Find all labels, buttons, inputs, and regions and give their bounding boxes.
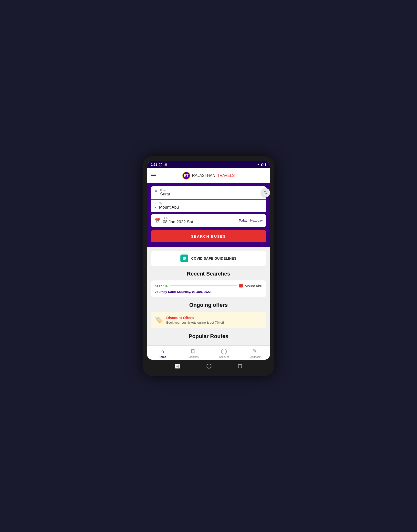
device-bottom-bar: ◀ xyxy=(147,361,270,372)
swap-button[interactable]: ⇅ xyxy=(261,188,270,197)
to-text-container: To Mount Abu xyxy=(159,202,179,210)
content-area: + COVID SAFE GUIDELINES Recent Searches … xyxy=(147,247,270,345)
notification-icon: ◯ xyxy=(159,163,162,166)
search-buses-button[interactable]: SEARCH BUSES xyxy=(151,230,266,242)
to-icon: ■ xyxy=(155,206,156,209)
nav-item-bookings[interactable]: 🗓 Bookings xyxy=(185,348,202,358)
lock-icon: 🔒 xyxy=(164,163,168,166)
status-time: 2:51 xyxy=(151,163,157,166)
wifi-icon: ▼ xyxy=(257,163,260,166)
journey-date: Journey Date: Saturday, 08 Jan, 2022 xyxy=(155,290,262,294)
account-icon: ◯ xyxy=(221,348,227,354)
from-icon-container: ▼ ••• xyxy=(154,189,158,196)
svg-text:+: + xyxy=(183,257,185,260)
nav-item-feedback[interactable]: ✎ Feedback xyxy=(246,348,263,358)
battery-icon: ▮ xyxy=(264,163,266,166)
from-field[interactable]: ▼ ••• From Surat ⇅ xyxy=(151,186,266,199)
date-field[interactable]: 📅 Date 08 Jan 2022 Sat Today Next day xyxy=(151,214,266,227)
feedback-label: Feedback xyxy=(249,355,261,358)
device-screen: 2:51 ◯ 🔒 ▼ ◐ ▮ RT RAJASTHAN TRAVELS xyxy=(147,161,270,360)
next-day-button[interactable]: Next day xyxy=(250,219,263,222)
to-icon-container: ••• ■ xyxy=(154,203,156,209)
back-button[interactable]: ◀ xyxy=(175,364,180,369)
date-label: Date xyxy=(163,217,193,220)
nav-item-account[interactable]: ◯ Account xyxy=(215,348,232,358)
covid-banner[interactable]: + COVID SAFE GUIDELINES xyxy=(151,251,266,266)
date-text-container: Date 08 Jan 2022 Sat xyxy=(163,217,193,224)
offer-title: Discount Offers xyxy=(166,316,224,320)
to-value: Mount Abu xyxy=(159,205,179,210)
search-section: ▼ ••• From Surat ⇅ ••• ■ To Mount Abu xyxy=(147,183,270,247)
logo-area: RT RAJASTHAN TRAVELS xyxy=(182,172,235,180)
recent-searches-section: Recent Searches Surat ▶ Mount Abu Journe… xyxy=(151,271,266,297)
to-label: To xyxy=(159,202,179,205)
hamburger-line-2 xyxy=(151,175,156,176)
route-dest-icon xyxy=(239,284,243,287)
home-hardware-button[interactable] xyxy=(207,364,211,369)
device-frame: 2:51 ◯ 🔒 ▼ ◐ ▮ RT RAJASTHAN TRAVELS xyxy=(143,156,274,376)
logo-icon: RT xyxy=(182,172,190,180)
recent-searches-title: Recent Searches xyxy=(151,271,266,277)
nav-item-home[interactable]: ⌂ Home xyxy=(154,348,171,358)
status-bar: 2:51 ◯ 🔒 ▼ ◐ ▮ xyxy=(147,161,270,168)
hamburger-line-1 xyxy=(151,174,156,174)
offer-tag-icon: 🏷️ xyxy=(155,316,163,324)
date-actions: Today Next day xyxy=(239,219,263,222)
calendar-icon: 📅 xyxy=(154,218,160,223)
logo-text-travels: TRAVELS xyxy=(217,173,235,178)
covid-text: COVID SAFE GUIDELINES xyxy=(191,256,237,260)
status-bar-right: ▼ ◐ ▮ xyxy=(257,163,266,166)
route-to-city: Mount Abu xyxy=(245,284,262,288)
bookings-label: Bookings xyxy=(188,355,198,358)
from-value: Surat xyxy=(160,192,170,197)
today-button[interactable]: Today xyxy=(239,219,247,222)
bookings-icon: 🗓 xyxy=(190,348,196,354)
route-from-city: Surat xyxy=(155,284,164,288)
route-display: Surat ▶ Mount Abu xyxy=(155,284,262,288)
hamburger-button[interactable] xyxy=(151,174,156,177)
offer-card[interactable]: 🏷️ Discount Offers Book your bus tickets… xyxy=(151,312,266,328)
covid-shield-icon: + xyxy=(180,255,188,262)
feedback-icon: ✎ xyxy=(252,348,257,354)
bottom-nav: ⌂ Home 🗓 Bookings ◯ Account ✎ Feedback xyxy=(147,345,270,360)
home-icon: ⌂ xyxy=(161,348,164,354)
popular-routes-section: Popular Routes xyxy=(151,333,266,341)
signal-icon: ◐ xyxy=(261,163,263,166)
status-bar-left: 2:51 ◯ 🔒 xyxy=(151,163,168,166)
logo-text-rajasthan: RAJASTHAN xyxy=(192,173,215,178)
recent-search-card[interactable]: Surat ▶ Mount Abu Journey Date: Saturday… xyxy=(151,280,266,297)
from-text-container: From Surat xyxy=(160,189,170,197)
recents-hardware-button[interactable] xyxy=(238,364,242,368)
hamburger-line-3 xyxy=(151,177,156,177)
route-arrow-icon: ▶ xyxy=(166,284,168,288)
date-value: 08 Jan 2022 Sat xyxy=(163,220,193,224)
offer-description: Book your bus tickets online & get 7% of… xyxy=(166,321,224,324)
to-field[interactable]: ••• ■ To Mount Abu xyxy=(151,200,266,212)
from-icon: ▼ xyxy=(154,189,158,193)
ongoing-offers-section: Ongoing offers 🏷️ Discount Offers Book y… xyxy=(151,302,266,328)
account-label: Account xyxy=(219,355,229,358)
ongoing-offers-title: Ongoing offers xyxy=(151,302,266,308)
home-label: Home xyxy=(159,355,166,358)
app-header: RT RAJASTHAN TRAVELS xyxy=(147,168,270,183)
route-line xyxy=(170,286,237,286)
from-label: From xyxy=(160,189,170,192)
offer-text-container: Discount Offers Book your bus tickets on… xyxy=(166,316,224,324)
popular-routes-title: Popular Routes xyxy=(151,333,266,341)
